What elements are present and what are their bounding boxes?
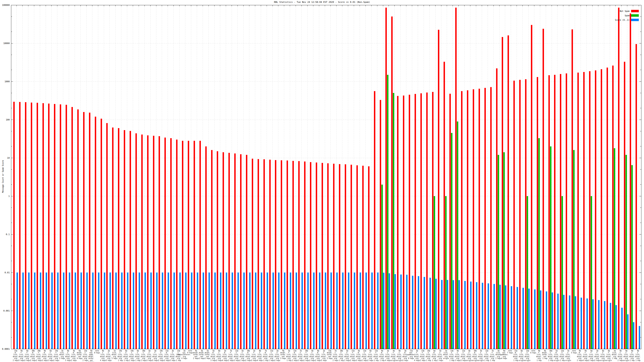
x-category-label: 9 hops: [187, 352, 193, 354]
x-category-label: dnswl.: [478, 356, 484, 358]
bar-score: [296, 273, 297, 349]
x-category-label: org: [270, 358, 273, 360]
bar-not-spam: [455, 8, 457, 349]
x-category-label: origin: [466, 360, 472, 362]
x-category-label: 7@: [230, 350, 232, 352]
x-category-label: 2.: [625, 352, 627, 354]
bar-score: [522, 288, 524, 349]
x-category-label: 2.: [526, 352, 528, 354]
x-category-label: dnswl.: [257, 356, 263, 358]
x-category-label: 1 hop: [374, 360, 379, 362]
bar-not-spam: [386, 8, 387, 349]
x-category-label: list.: [606, 354, 611, 356]
bar-score: [639, 326, 640, 349]
x-category-label: org: [514, 358, 518, 360]
x-category-label: 2 hops: [193, 358, 199, 360]
bar-score: [69, 273, 70, 349]
x-category-label: 0.: [224, 352, 226, 354]
bar-spam: [591, 196, 592, 349]
x-category-label: 10@: [142, 350, 145, 352]
bar-score: [534, 289, 536, 349]
x-category-label: dnswl.: [437, 356, 443, 358]
bar-not-spam: [450, 94, 451, 349]
bar-score: [156, 273, 158, 349]
bar-not-spam: [420, 93, 422, 349]
x-category-label: list.: [298, 354, 303, 356]
x-category-label: dnswl.: [228, 356, 234, 358]
x-category-label: 9@: [631, 350, 633, 352]
x-category-label: list.: [153, 354, 158, 356]
bar-not-spam: [374, 91, 375, 349]
x-category-label: 4 hops: [582, 360, 588, 362]
bar-not-spam: [467, 90, 468, 349]
x-category-label: dnswl.: [560, 356, 565, 358]
x-category-label: dnswl.: [525, 356, 530, 358]
x-category-label: 2 hops: [292, 360, 298, 362]
bar-score: [412, 276, 413, 349]
bar-not-spam: [339, 164, 340, 349]
bar-spam: [393, 93, 394, 349]
x-category-label: ips.: [182, 352, 186, 354]
x-category-label: org: [61, 356, 64, 358]
x-category-label: dnswl.: [600, 356, 606, 358]
x-category-label: list.: [112, 352, 117, 354]
x-category-label: list.: [147, 354, 152, 356]
x-category-label: list.: [31, 354, 36, 356]
bar-not-spam: [275, 160, 276, 349]
x-category-label: org: [555, 358, 558, 360]
x-category-label: org: [404, 358, 407, 360]
bar-not-spam: [595, 70, 596, 349]
x-category-label: 4 hops: [257, 360, 263, 362]
x-category-label: Y.: [230, 352, 232, 354]
x-category-label: 9@: [579, 350, 581, 352]
x-category-label: list.: [380, 354, 384, 356]
x-category-label: list.: [589, 354, 594, 356]
bar-score: [546, 291, 547, 349]
bar-score: [516, 287, 518, 349]
x-category-label: list.: [478, 354, 484, 356]
x-category-label: 3 hops: [146, 360, 152, 362]
x-category-label: 3 hops: [42, 360, 48, 362]
bar-not-spam: [601, 69, 602, 349]
x-category-label: dnswl.: [356, 356, 362, 358]
bar-not-spam: [112, 127, 114, 349]
x-category-label: dnswl.: [414, 356, 420, 358]
bar-score: [150, 273, 152, 349]
bar-score: [325, 273, 326, 349]
bar-score: [63, 273, 64, 349]
bar-not-spam: [542, 29, 544, 349]
bar-not-spam: [258, 159, 259, 349]
bar-not-spam: [618, 8, 620, 349]
bar-not-spam: [560, 74, 561, 349]
x-category-label: Y.: [492, 352, 494, 354]
bar-score: [435, 279, 437, 349]
bar-not-spam: [426, 92, 428, 349]
x-category-label: org: [497, 356, 500, 358]
x-category-label: 12@: [235, 350, 238, 352]
x-category-label: list.: [519, 354, 524, 356]
x-category-label: 5@: [556, 350, 558, 352]
x-category-label: org: [584, 358, 587, 360]
x-category-label: list.: [595, 354, 600, 356]
x-category-label: 10@: [340, 350, 343, 352]
bar-score: [366, 273, 367, 349]
legend-row: Spam: [615, 13, 639, 18]
x-category-label: dnswl.: [618, 356, 624, 358]
bar-not-spam: [496, 68, 498, 349]
x-category-label: 2.: [340, 352, 342, 354]
x-category-label: org: [427, 358, 430, 360]
bar-score: [261, 273, 262, 349]
x-category-label: dnswl.: [402, 356, 408, 358]
x-category-label: none: [531, 350, 535, 352]
x-category-label: dnsbl.: [77, 352, 82, 354]
x-category-label: 1 hop: [118, 360, 123, 362]
x-category-label: net: [544, 356, 546, 358]
x-category-label: spam.: [89, 354, 94, 356]
x-category-label: 7@: [334, 350, 336, 352]
bar-score: [511, 286, 512, 349]
x-category-label: 6@: [79, 350, 81, 352]
x-category-label: 2 hops: [205, 358, 210, 360]
x-category-label: dnswl.: [635, 356, 641, 358]
x-category-label: 9@: [44, 350, 46, 352]
x-category-label: list.: [258, 354, 262, 356]
